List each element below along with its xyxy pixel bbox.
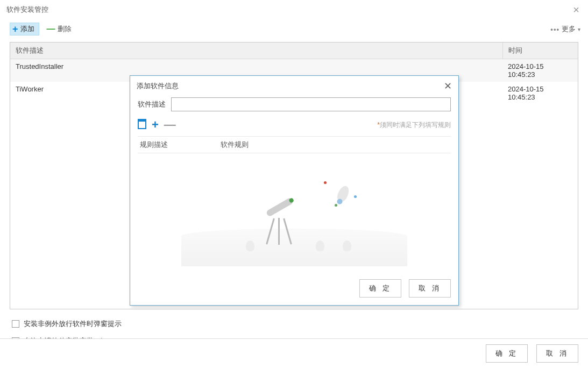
rocket-icon bbox=[336, 185, 351, 203]
delete-button[interactable]: — 删除 bbox=[47, 24, 72, 34]
add-button[interactable]: + 添加 bbox=[10, 23, 39, 36]
rule-toolbar-left: + — bbox=[138, 119, 176, 131]
toolbar-left: + 添加 — 删除 bbox=[10, 23, 72, 36]
rule-note-text: 须同时满足下列填写规则 bbox=[380, 121, 451, 129]
minus-icon[interactable]: — bbox=[164, 119, 176, 131]
rule-header-desc[interactable]: 规则描述 bbox=[138, 137, 218, 153]
plus-icon[interactable]: + bbox=[152, 119, 159, 131]
window-title: 软件安装管控 bbox=[6, 5, 48, 15]
telescope-icon bbox=[262, 207, 294, 245]
more-menu[interactable]: ••• 更多 ▾ bbox=[550, 24, 580, 34]
dialog-title: 添加软件信息 bbox=[137, 81, 179, 91]
checkbox-icon[interactable] bbox=[12, 320, 19, 328]
dialog-body: 软件描述 + — *须同时满足下列填写规则 规则描述 软件规则 bbox=[130, 97, 458, 274]
rule-header-rule[interactable]: 软件规则 bbox=[218, 137, 451, 153]
close-icon[interactable]: ✕ bbox=[444, 80, 452, 92]
more-label: 更多 bbox=[562, 24, 576, 34]
ok-button[interactable]: 确 定 bbox=[359, 279, 401, 298]
grid-header-time[interactable]: 时间 bbox=[502, 43, 578, 59]
empty-illustration bbox=[181, 169, 407, 266]
dialog-footer: 确 定 取 消 bbox=[0, 338, 588, 368]
close-icon[interactable]: × bbox=[571, 4, 582, 15]
delete-button-label: 删除 bbox=[58, 24, 72, 34]
rule-grid-empty bbox=[138, 153, 451, 266]
chevron-down-icon: ▾ bbox=[578, 26, 580, 32]
grid-header-name[interactable]: 软件描述 bbox=[10, 43, 502, 59]
option-popup-nonexception[interactable]: 安装非例外放行软件时弹窗提示 bbox=[12, 319, 576, 329]
dialog-footer: 确 定 取 消 bbox=[130, 274, 458, 305]
cell-time: 2024-10-15 10:45:23 bbox=[502, 59, 578, 82]
rule-toolbar: + — *须同时满足下列填写规则 bbox=[138, 119, 451, 131]
rule-grid-header: 规则描述 软件规则 bbox=[138, 136, 451, 153]
cancel-button[interactable]: 取 消 bbox=[409, 279, 451, 298]
window-titlebar: 软件安装管控 × bbox=[0, 0, 588, 20]
ok-button[interactable]: 确 定 bbox=[486, 344, 528, 363]
add-button-label: 添加 bbox=[20, 24, 34, 34]
dialog-header: 添加软件信息 ✕ bbox=[130, 76, 458, 97]
cancel-button[interactable]: 取 消 bbox=[536, 344, 578, 363]
option-label: 安装非例外放行软件时弹窗提示 bbox=[24, 319, 122, 329]
software-desc-label: 软件描述 bbox=[138, 100, 166, 109]
toolbar: + 添加 — 删除 ••• 更多 ▾ bbox=[0, 20, 588, 39]
plus-icon: + bbox=[12, 24, 18, 34]
window-icon[interactable] bbox=[138, 121, 146, 129]
more-dots-icon: ••• bbox=[550, 25, 559, 33]
cell-time: 2024-10-15 10:45:23 bbox=[502, 82, 578, 104]
software-desc-row: 软件描述 bbox=[138, 97, 451, 111]
minus-icon: — bbox=[47, 24, 55, 34]
software-desc-input[interactable] bbox=[171, 97, 451, 111]
add-software-dialog: 添加软件信息 ✕ 软件描述 + — *须同时满足下列填写规则 规则描述 软件规则 bbox=[130, 75, 459, 306]
grid-header: 软件描述 时间 bbox=[10, 43, 578, 59]
rule-note: *须同时满足下列填写规则 bbox=[377, 121, 451, 130]
